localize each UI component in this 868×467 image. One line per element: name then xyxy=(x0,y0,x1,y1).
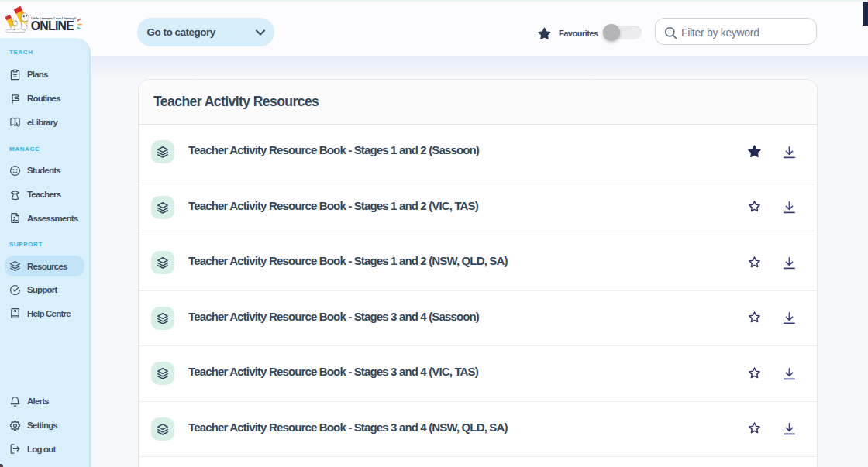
svg-text:ONLINE: ONLINE xyxy=(31,19,74,33)
